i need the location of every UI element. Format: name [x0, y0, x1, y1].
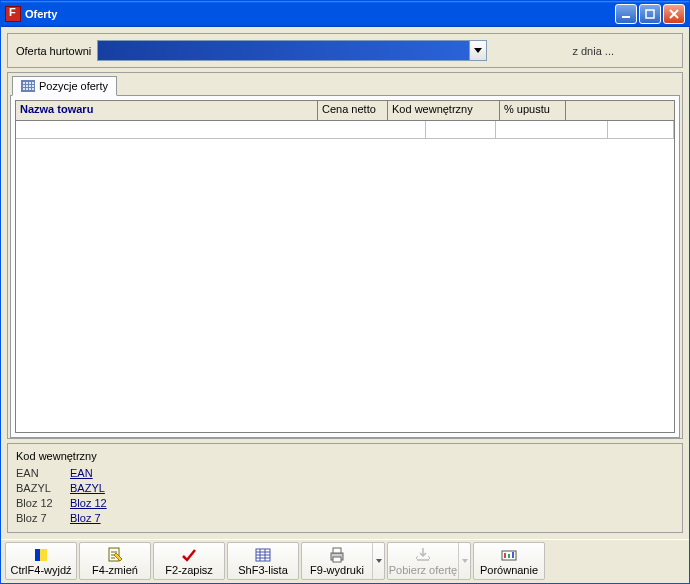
- offer-label: Oferta hurtowni: [16, 45, 91, 57]
- print-button[interactable]: F9-wydruki: [301, 542, 385, 580]
- minimize-button[interactable]: [615, 4, 637, 24]
- app-icon: [5, 6, 21, 22]
- exit-button-label: CtrlF4-wyjdź: [10, 564, 71, 576]
- print-split-arrow[interactable]: [372, 543, 384, 579]
- maximize-icon: [645, 9, 655, 19]
- check-icon: [181, 546, 197, 564]
- download-offer-button[interactable]: Pobierz ofertę: [387, 542, 471, 580]
- items-grid[interactable]: Nazwa towaru Cena netto Kod wewnętrzny %…: [15, 100, 675, 433]
- offer-combo-dropdown[interactable]: [469, 40, 487, 61]
- svg-rect-1: [646, 10, 654, 18]
- change-button[interactable]: F4-zmień: [79, 542, 151, 580]
- tab-strip: Pozycje oferty: [10, 76, 680, 96]
- maximize-button[interactable]: [639, 4, 661, 24]
- tabs-panel: Pozycje oferty Nazwa towaru Cena netto K…: [7, 72, 683, 439]
- code-row-ean: EAN EAN: [16, 466, 674, 481]
- svg-rect-10: [504, 553, 506, 558]
- download-icon: [415, 546, 431, 564]
- list-button[interactable]: ShF3-lista: [227, 542, 299, 580]
- code-link-ean[interactable]: EAN: [70, 466, 93, 481]
- close-button[interactable]: [663, 4, 685, 24]
- tab-positions[interactable]: Pozycje oferty: [12, 76, 117, 96]
- svg-rect-2: [35, 549, 40, 561]
- tab-body: Nazwa towaru Cena netto Kod wewnętrzny %…: [10, 95, 680, 438]
- print-button-label: F9-wydruki: [310, 564, 364, 576]
- list-icon: [255, 546, 271, 564]
- chevron-down-icon: [474, 48, 482, 54]
- code-row-bloz12: Bloz 12 Bloz 12: [16, 496, 674, 511]
- window-title: Oferty: [25, 8, 615, 20]
- compare-button[interactable]: Porównanie: [473, 542, 545, 580]
- svg-rect-7: [333, 548, 341, 553]
- minimize-icon: [621, 9, 631, 19]
- change-button-label: F4-zmień: [92, 564, 138, 576]
- internal-code-panel: Kod wewnętrzny EAN EAN BAZYL BAZYL Bloz …: [7, 443, 683, 533]
- compare-icon: [501, 546, 517, 564]
- col-discount-header[interactable]: % upustu: [500, 101, 566, 121]
- list-button-label: ShF3-lista: [238, 564, 288, 576]
- cell-discount[interactable]: [608, 121, 674, 139]
- save-button-label: F2-zapisz: [165, 564, 213, 576]
- cell-name[interactable]: [16, 121, 426, 139]
- grid-row[interactable]: [16, 121, 674, 139]
- download-button-label: Pobierz ofertę: [389, 564, 457, 576]
- offer-selector-panel: Oferta hurtowni z dnia ...: [7, 33, 683, 68]
- col-price-header[interactable]: Cena netto: [318, 101, 388, 121]
- internal-code-title: Kod wewnętrzny: [16, 450, 674, 462]
- code-key: Bloz 12: [16, 496, 62, 511]
- svg-rect-0: [622, 16, 630, 18]
- grid-body[interactable]: [16, 139, 674, 432]
- close-icon: [669, 9, 679, 19]
- window-buttons: [615, 4, 685, 24]
- chevron-down-icon: [376, 559, 382, 563]
- client-area: Oferta hurtowni z dnia ... Pozycje ofert…: [1, 27, 689, 539]
- exit-button[interactable]: CtrlF4-wyjdź: [5, 542, 77, 580]
- code-link-bazyl[interactable]: BAZYL: [70, 481, 105, 496]
- offer-combo[interactable]: [97, 40, 487, 61]
- offer-combo-input[interactable]: [97, 40, 469, 61]
- code-link-bloz12[interactable]: Bloz 12: [70, 496, 107, 511]
- grid-icon: [21, 80, 35, 92]
- code-key: EAN: [16, 466, 62, 481]
- download-split-arrow[interactable]: [458, 543, 470, 579]
- col-filler-header: [566, 101, 674, 121]
- exit-icon: [33, 546, 49, 564]
- bottom-toolbar: CtrlF4-wyjdź F4-zmień F2-zapisz ShF3-lis…: [1, 539, 689, 583]
- compare-button-label: Porównanie: [480, 564, 538, 576]
- code-link-bloz7[interactable]: Bloz 7: [70, 511, 101, 526]
- edit-icon: [107, 546, 123, 564]
- cell-price[interactable]: [426, 121, 496, 139]
- offer-date-label: z dnia ...: [572, 45, 614, 57]
- code-row-bazyl: BAZYL BAZYL: [16, 481, 674, 496]
- grid-header: Nazwa towaru Cena netto Kod wewnętrzny %…: [16, 101, 674, 121]
- code-row-bloz7: Bloz 7 Bloz 7: [16, 511, 674, 526]
- titlebar: Oferty: [1, 1, 689, 27]
- tab-positions-label: Pozycje oferty: [39, 80, 108, 92]
- col-name-header[interactable]: Nazwa towaru: [16, 101, 318, 121]
- svg-rect-12: [512, 552, 514, 558]
- chevron-down-icon: [462, 559, 468, 563]
- col-code-header[interactable]: Kod wewnętrzny: [388, 101, 500, 121]
- save-button[interactable]: F2-zapisz: [153, 542, 225, 580]
- svg-rect-11: [508, 554, 510, 558]
- code-key: Bloz 7: [16, 511, 62, 526]
- printer-icon: [328, 546, 346, 564]
- svg-rect-8: [333, 557, 341, 562]
- code-key: BAZYL: [16, 481, 62, 496]
- window: Oferty Oferta hurtowni z dnia ...: [0, 0, 690, 584]
- cell-code[interactable]: [496, 121, 608, 139]
- svg-rect-3: [40, 549, 47, 561]
